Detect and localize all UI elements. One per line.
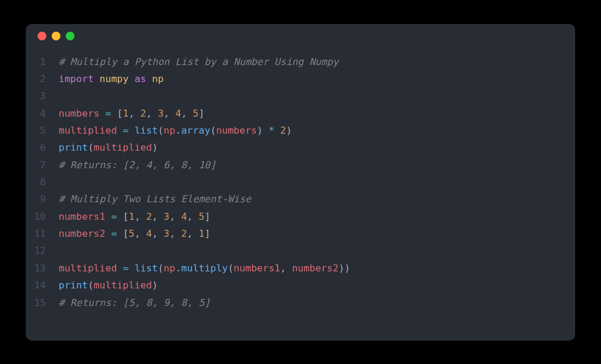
code-token (117, 263, 123, 274)
code-content[interactable]: numbers2 = [5, 4, 3, 2, 1] (59, 225, 210, 242)
code-token: , (281, 263, 292, 274)
code-line[interactable]: 8 (26, 174, 575, 190)
code-token: ] (198, 108, 204, 119)
code-token: , (134, 228, 146, 239)
code-token: ) (152, 142, 158, 153)
code-token: 3 (158, 108, 164, 119)
code-token: ( (88, 142, 94, 153)
code-token: , (152, 211, 164, 222)
code-token: 2 (140, 108, 146, 119)
window-titlebar (26, 24, 575, 49)
code-line[interactable]: 9# Multiply Two Lists Element-Wise (26, 190, 575, 207)
code-token: 5 (198, 211, 204, 222)
code-editor[interactable]: 1# Multiply a Python List by a Number Us… (26, 49, 575, 311)
code-token: numbers (216, 125, 257, 136)
code-token: numpy (100, 73, 129, 84)
code-content[interactable]: # Multiply a Python List by a Number Usi… (59, 53, 339, 70)
code-token: 1 (123, 108, 129, 119)
code-content[interactable] (59, 242, 65, 259)
code-content[interactable] (59, 87, 65, 104)
code-content[interactable]: numbers = [1, 2, 3, 4, 5] (59, 105, 204, 122)
code-token: [ (123, 211, 129, 222)
code-token: numbers2 (292, 263, 338, 274)
code-token: np (164, 125, 175, 136)
code-token (117, 228, 123, 239)
line-number: 10 (26, 208, 59, 225)
close-icon[interactable] (38, 32, 46, 40)
code-token: . (175, 125, 181, 136)
code-content[interactable]: numbers1 = [1, 2, 3, 4, 5] (59, 208, 210, 225)
code-line[interactable]: 13multiplied = list(np.multiply(numbers1… (26, 260, 575, 277)
code-content[interactable]: # Returns: [2, 4, 6, 8, 10] (59, 157, 216, 174)
code-line[interactable]: 12 (26, 242, 575, 259)
code-content[interactable]: # Multiply Two Lists Element-Wise (59, 190, 251, 207)
code-token: ( (158, 263, 164, 274)
code-token: numbers1 (234, 263, 280, 274)
code-content[interactable] (59, 174, 65, 190)
line-number: 7 (26, 157, 59, 174)
code-token (111, 108, 117, 119)
code-token: list (134, 263, 158, 274)
code-token: , (164, 108, 175, 119)
code-content[interactable]: # Returns: [5, 8, 9, 8, 5] (59, 294, 210, 311)
code-token: numbers (59, 108, 100, 119)
code-line[interactable]: 6print(multiplied) (26, 139, 575, 156)
code-token: ( (210, 125, 216, 136)
code-content[interactable]: import numpy as np (59, 70, 164, 87)
code-token: # Multiply a Python List by a Number Usi… (59, 56, 339, 67)
code-token: [ (123, 228, 129, 239)
code-content[interactable]: print(multiplied) (59, 277, 158, 294)
code-token: = (105, 108, 111, 119)
code-token (117, 125, 123, 136)
code-token: np (152, 73, 164, 84)
code-line[interactable]: 14print(multiplied) (26, 277, 575, 294)
code-token: 1 (198, 228, 204, 239)
code-line[interactable]: 5multiplied = list(np.array(numbers) * 2… (26, 122, 575, 139)
maximize-icon[interactable] (66, 32, 75, 40)
line-number: 11 (26, 225, 59, 242)
code-token: 4 (181, 211, 187, 222)
code-token: , (129, 108, 140, 119)
code-token: multiplied (94, 142, 152, 153)
minimize-icon[interactable] (52, 32, 60, 40)
code-token: multiplied (59, 125, 117, 136)
code-token: , (181, 108, 193, 119)
code-line[interactable]: 7# Returns: [2, 4, 6, 8, 10] (26, 157, 575, 174)
code-line[interactable]: 1# Multiply a Python List by a Number Us… (26, 53, 575, 70)
code-token: # Multiply Two Lists Element-Wise (59, 193, 251, 205)
code-token: np (164, 263, 175, 274)
line-number: 1 (26, 53, 59, 70)
code-token: 3 (164, 228, 170, 239)
code-token: numbers2 (59, 228, 105, 239)
code-token: = (123, 125, 129, 136)
code-token: 2 (281, 125, 286, 136)
code-token (105, 211, 111, 222)
code-content[interactable]: multiplied = list(np.multiply(numbers1, … (59, 260, 350, 277)
code-content[interactable]: print(multiplied) (59, 139, 158, 156)
code-token: , (146, 108, 158, 119)
line-number: 14 (26, 277, 59, 294)
code-token: 1 (129, 211, 134, 222)
code-token: multiply (181, 263, 228, 274)
code-token: , (170, 228, 181, 239)
code-line[interactable]: 11numbers2 = [5, 4, 3, 2, 1] (26, 225, 575, 242)
code-token: , (170, 211, 181, 222)
code-line[interactable]: 10numbers1 = [1, 2, 3, 4, 5] (26, 208, 575, 225)
code-token: ( (228, 263, 234, 274)
line-number: 5 (26, 122, 59, 139)
code-token: * (269, 125, 275, 136)
code-line[interactable]: 15# Returns: [5, 8, 9, 8, 5] (26, 294, 575, 311)
code-line[interactable]: 4numbers = [1, 2, 3, 4, 5] (26, 105, 575, 122)
code-token: )) (339, 263, 350, 274)
code-token: = (111, 211, 117, 222)
code-token: multiplied (94, 280, 152, 291)
code-token: ) (152, 280, 158, 291)
code-token: list (134, 125, 158, 136)
line-number: 2 (26, 70, 59, 87)
code-token (275, 125, 281, 136)
code-line[interactable]: 2import numpy as np (26, 70, 575, 87)
code-content[interactable]: multiplied = list(np.array(numbers) * 2) (59, 122, 292, 139)
code-token: 4 (146, 228, 152, 239)
code-line[interactable]: 3 (26, 87, 575, 104)
code-token (94, 73, 100, 84)
